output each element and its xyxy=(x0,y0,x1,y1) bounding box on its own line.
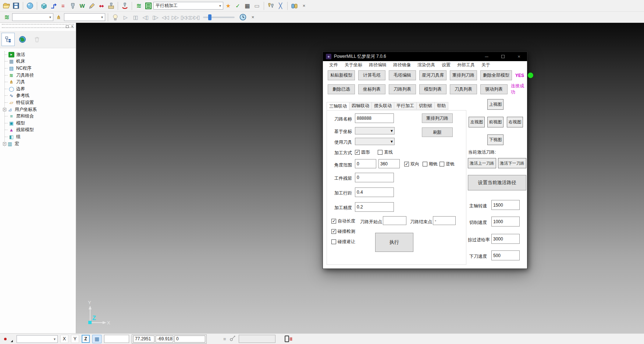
cutting-feed-input[interactable] xyxy=(491,217,520,227)
statusbar-field-2[interactable] xyxy=(239,335,275,343)
play-button[interactable]: ▷ xyxy=(121,13,130,22)
delete-selected-button[interactable]: 删除已选 xyxy=(328,84,355,94)
plunge-feed-input[interactable] xyxy=(491,250,520,260)
delete-all-models-button[interactable]: 删除全部模型 xyxy=(480,70,512,80)
drive-list-button[interactable]: 驱动列表 xyxy=(480,84,508,94)
tree-item-groups[interactable]: ◧组 xyxy=(5,133,76,140)
tree-item-nc-programs[interactable]: ▤NC程序 xyxy=(5,65,76,72)
toolpath-name-input[interactable] xyxy=(355,113,394,123)
panel-grip[interactable] xyxy=(2,27,74,29)
rewind-button[interactable]: ◁◁ xyxy=(160,13,170,22)
circular-checkbox[interactable]: 圆形 xyxy=(355,149,370,155)
refresh-button[interactable]: 刷新 xyxy=(422,127,453,137)
spindle-speed-input[interactable] xyxy=(491,200,520,210)
tab-saw[interactable]: 切割锯 xyxy=(416,102,435,110)
view-right-button[interactable]: 右视图 xyxy=(507,117,523,127)
create-points-icon[interactable]: ◆◆ xyxy=(97,1,106,10)
float-panel-icon[interactable] xyxy=(66,25,69,28)
angle-to-input[interactable] xyxy=(378,159,400,168)
end-point-input[interactable] xyxy=(433,216,456,225)
axis-y-button[interactable]: Y xyxy=(71,335,79,343)
tree-item-tools[interactable]: ⋔刀具 xyxy=(5,78,76,85)
maximize-button[interactable] xyxy=(495,52,511,61)
rearrange-toolpath-button-2[interactable]: 重排列刀路 xyxy=(422,113,453,123)
expand-icon[interactable] xyxy=(3,142,6,145)
stepover-input[interactable] xyxy=(355,187,394,197)
lightbulb-icon[interactable] xyxy=(111,13,120,22)
tree-item-patterns[interactable]: ∿参考线 xyxy=(5,92,76,99)
tree-item-workplanes[interactable]: ⊿用户坐标系 xyxy=(5,106,76,113)
tool-block-icon[interactable] xyxy=(106,1,115,10)
coord-list-button[interactable]: 坐标列表 xyxy=(358,84,385,94)
activate-next-button[interactable]: 激活下一刀路 xyxy=(498,158,526,168)
toolpath-spring-icon[interactable]: ≋ xyxy=(134,1,143,10)
edit-toolpath-icon[interactable] xyxy=(87,1,96,10)
stock-allowance-input[interactable] xyxy=(355,173,394,182)
coord-z-value[interactable]: 0 xyxy=(174,336,205,343)
statusbar-field-1[interactable] xyxy=(104,335,129,343)
model-list-button[interactable]: 模型列表 xyxy=(419,84,446,94)
rearrange-toolpath-button[interactable]: 重排列刀路 xyxy=(450,70,477,80)
close-panel-icon[interactable]: × xyxy=(71,24,74,29)
auto-length-checkbox[interactable]: 自动长度 xyxy=(331,218,355,224)
open-file-icon[interactable] xyxy=(2,1,11,10)
step-forward-button[interactable]: ▯▷ xyxy=(150,13,160,22)
view-top-button[interactable]: 上视图 xyxy=(487,99,504,110)
close-button[interactable]: × xyxy=(511,52,527,61)
menu-path-edit[interactable]: 路径编辑 xyxy=(366,62,390,68)
explorer-tree-tab[interactable] xyxy=(1,33,15,46)
strategy-combo[interactable]: 平行精加工 ▾ xyxy=(153,2,223,10)
angle-from-input[interactable] xyxy=(355,159,376,168)
tab-parallel[interactable]: 平行加工 xyxy=(394,102,417,110)
calculator-icon[interactable]: ▦ xyxy=(243,1,252,10)
pause-button[interactable]: ▯▯ xyxy=(131,13,140,22)
collision-check-checkbox[interactable]: 碰撞检测 xyxy=(331,228,355,235)
based-coord-combo[interactable]: ▾ xyxy=(355,127,395,134)
go-end-button[interactable]: ▷▷▯ xyxy=(190,13,199,22)
web-tab[interactable] xyxy=(16,33,29,46)
minimize-button[interactable]: ─ xyxy=(478,52,495,61)
menu-file[interactable]: 文件 xyxy=(326,62,341,68)
menu-path-mirror[interactable]: 路径镜像 xyxy=(390,62,414,68)
tool-combo[interactable]: ▾ xyxy=(64,13,105,21)
coord-y-value[interactable]: -69.918 xyxy=(156,336,173,343)
execute-button[interactable]: 执行 xyxy=(375,233,413,252)
view-front-button[interactable]: 前视图 xyxy=(487,117,504,127)
recycle-bin-tab[interactable] xyxy=(30,33,43,46)
close-toolbar-icon[interactable]: × xyxy=(299,1,309,10)
conventional-mill-checkbox[interactable]: 逆铣 xyxy=(440,161,455,167)
start-point-input[interactable] xyxy=(383,216,406,225)
tree-item-machine[interactable]: ▦机床 xyxy=(5,58,76,65)
grid-snap-button[interactable]: ▦ xyxy=(92,335,102,343)
tool-list-button[interactable]: 刀具列表 xyxy=(450,84,477,94)
menu-render-sim[interactable]: 渲染仿真 xyxy=(414,62,438,68)
axis-z-button[interactable]: Z xyxy=(82,335,90,343)
view-left-button[interactable]: 左视图 xyxy=(469,117,485,127)
tool-verify-icon[interactable]: ✓ xyxy=(233,1,242,10)
fast-forward-button[interactable]: ▷▷ xyxy=(170,13,179,22)
tree-item-activate[interactable]: ▸激活 xyxy=(5,51,76,58)
save-icon[interactable] xyxy=(11,1,21,10)
tab-4axis[interactable]: 四轴联动 xyxy=(349,102,372,110)
slider-handle[interactable] xyxy=(208,14,211,20)
tree-item-levels[interactable]: ≡层和组合 xyxy=(5,113,76,120)
bidirectional-checkbox[interactable]: 双向 xyxy=(404,161,419,167)
ruler-icon[interactable]: ▭ xyxy=(252,1,261,10)
tolerance-input[interactable] xyxy=(355,202,394,212)
tree-item-stock-models[interactable]: ▲残留模型 xyxy=(5,127,76,134)
simulation-speed-slider[interactable] xyxy=(203,17,235,18)
view-bottom-button[interactable]: 下视图 xyxy=(487,134,504,145)
dialog-titlebar[interactable]: ★ PowerMILL 忆梦星河 7.0.6 ─ × xyxy=(323,52,527,61)
go-start-button[interactable]: ▯◁◁ xyxy=(180,13,189,22)
tree-item-toolpaths[interactable]: ≋刀具路径 xyxy=(5,72,76,79)
collision-avoid-checkbox[interactable]: 碰撞避让 xyxy=(331,239,355,245)
menu-external-tools[interactable]: 外部工具 xyxy=(454,62,478,68)
set-active-path-button[interactable]: 设置当前激活路径 xyxy=(468,175,526,190)
climb-mill-checkbox[interactable]: 顺铣 xyxy=(423,161,438,167)
tree-item-boundaries[interactable]: ◯边界 xyxy=(5,85,76,92)
menu-coords[interactable]: 关于坐标 xyxy=(341,62,366,68)
statusbar-combo[interactable]: ▾ xyxy=(17,335,58,343)
tool-pair-icon[interactable] xyxy=(266,1,275,10)
use-tool-combo[interactable]: ▾ xyxy=(355,138,395,145)
expand-icon[interactable] xyxy=(3,108,6,111)
